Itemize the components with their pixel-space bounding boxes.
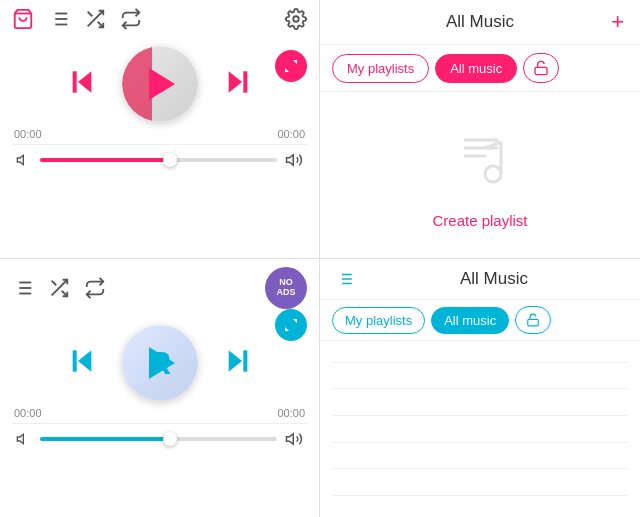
toolbar-left [12, 8, 142, 30]
bottom-toolbar: NO ADS [12, 267, 307, 309]
tab-my-playlists-bottom[interactable]: My playlists [332, 307, 425, 334]
list-line-5 [332, 468, 628, 469]
create-playlist-button[interactable]: Create playlist [432, 212, 527, 229]
list-line-6 [332, 495, 628, 496]
time-left-top: 00:00 [14, 128, 42, 140]
svg-rect-32 [535, 67, 547, 74]
lock-tab-bottom[interactable] [515, 306, 551, 334]
svg-marker-30 [17, 434, 23, 443]
right-bottom-title: All Music [364, 269, 624, 289]
right-bottom-header: All Music [320, 259, 640, 300]
svg-rect-12 [72, 71, 76, 92]
list-line-2 [332, 388, 628, 389]
repeat-icon[interactable] [120, 8, 142, 30]
svg-line-9 [88, 12, 93, 17]
shuffle-icon-bottom[interactable] [48, 277, 70, 299]
time-left-bottom: 00:00 [14, 407, 42, 419]
volume-slider-top[interactable] [40, 158, 277, 162]
tab-my-playlists-top[interactable]: My playlists [332, 54, 429, 83]
volume-up-icon-bottom[interactable] [285, 430, 303, 448]
svg-rect-44 [528, 319, 539, 325]
player-top: 00:00 00:00 [0, 0, 319, 259]
controls-area-top [12, 46, 307, 122]
controls-area-bottom: R [12, 325, 307, 401]
svg-rect-27 [72, 350, 76, 371]
right-panel: All Music + My playlists All music [320, 0, 640, 517]
volume-row-top [12, 144, 307, 173]
svg-marker-26 [78, 350, 91, 371]
time-right-top: 00:00 [277, 128, 305, 140]
add-playlist-button[interactable]: + [611, 9, 624, 35]
play-button-top[interactable] [122, 46, 198, 122]
list-lines-area [320, 341, 640, 517]
prev-button-top[interactable] [66, 66, 98, 102]
time-right-bottom: 00:00 [277, 407, 305, 419]
no-ads-badge[interactable]: NO ADS [265, 267, 307, 309]
volume-slider-bottom[interactable] [40, 437, 277, 441]
list-line-1 [332, 362, 628, 363]
gear-icon-top[interactable] [285, 8, 307, 30]
time-row-bottom: 00:00 00:00 [14, 407, 305, 419]
prev-button-bottom[interactable] [66, 345, 98, 381]
music-note-icon [445, 122, 515, 196]
svg-marker-11 [78, 71, 91, 92]
svg-rect-14 [243, 71, 247, 92]
tabs-row-top: My playlists All music [320, 45, 640, 92]
expand-button-top[interactable] [275, 50, 307, 82]
svg-marker-16 [287, 155, 294, 166]
volume-up-icon-top[interactable] [285, 151, 303, 169]
svg-marker-31 [287, 434, 294, 445]
volume-down-icon-top[interactable] [16, 152, 32, 168]
no-ads-line2: ADS [276, 288, 295, 298]
lock-tab-top[interactable] [523, 53, 559, 83]
svg-point-10 [293, 16, 299, 22]
list-icon[interactable] [48, 8, 70, 30]
right-bottom-section: All Music My playlists All music [320, 259, 640, 517]
right-top-title: All Music [446, 12, 514, 32]
list-icon-right-bottom[interactable] [336, 270, 354, 288]
list-line-3 [332, 415, 628, 416]
repeat-icon-bottom[interactable] [84, 277, 106, 299]
next-button-bottom[interactable] [222, 345, 254, 381]
empty-state: Create playlist [320, 92, 640, 258]
tab-all-music-bottom[interactable]: All music [431, 307, 509, 334]
list-icon-bottom[interactable] [12, 277, 34, 299]
top-toolbar [12, 8, 307, 30]
volume-row-bottom [12, 423, 307, 452]
cart-icon[interactable] [12, 8, 34, 30]
svg-marker-13 [228, 71, 241, 92]
toolbar-left-bottom [12, 277, 106, 299]
list-line-4 [332, 442, 628, 443]
next-button-top[interactable] [222, 66, 254, 102]
play-button-bottom[interactable]: R [122, 325, 198, 401]
left-panel: 00:00 00:00 [0, 0, 320, 517]
time-row-top: 00:00 00:00 [14, 128, 305, 140]
tabs-row-bottom: My playlists All music [320, 300, 640, 341]
volume-down-icon-bottom[interactable] [16, 431, 32, 447]
svg-marker-15 [17, 155, 23, 164]
tab-all-music-top[interactable]: All music [435, 54, 517, 83]
right-top-header: All Music + [320, 0, 640, 45]
list-line-group [320, 341, 640, 517]
svg-marker-28 [228, 350, 241, 371]
player-bottom: NO ADS R [0, 259, 319, 517]
svg-rect-29 [243, 350, 247, 371]
expand-button-bottom[interactable] [275, 309, 307, 341]
svg-line-25 [52, 281, 57, 286]
right-top-section: All Music + My playlists All music [320, 0, 640, 259]
shuffle-icon[interactable] [84, 8, 106, 30]
